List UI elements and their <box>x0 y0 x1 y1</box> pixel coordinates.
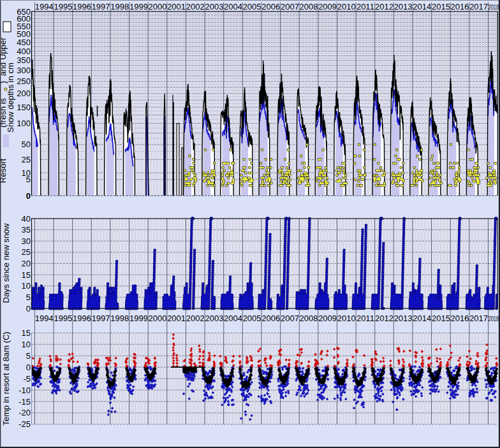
svg-text:50: 50 <box>22 140 31 149</box>
svg-text:2018: 2018 <box>489 315 499 322</box>
svg-text:2008: 2008 <box>300 2 318 11</box>
svg-text:2014: 2014 <box>413 2 431 11</box>
svg-text:15: 15 <box>22 328 31 338</box>
svg-text:2000: 2000 <box>149 314 167 323</box>
svg-text:10: 10 <box>22 340 31 349</box>
svg-text:1997: 1997 <box>92 314 110 323</box>
svg-text:2005: 2005 <box>243 2 261 11</box>
svg-text:2016: 2016 <box>451 314 469 323</box>
svg-text:0: 0 <box>26 304 31 314</box>
svg-text:1998: 1998 <box>110 314 129 323</box>
svg-text:300: 300 <box>17 66 31 75</box>
svg-text:2012: 2012 <box>375 314 393 323</box>
svg-text:250: 250 <box>17 76 31 86</box>
svg-text:-20: -20 <box>18 408 31 417</box>
svg-text:2015: 2015 <box>432 314 450 323</box>
svg-text:2005: 2005 <box>243 314 261 323</box>
svg-text:1999: 1999 <box>129 314 148 323</box>
svg-text:2011: 2011 <box>357 2 374 11</box>
svg-text:2013: 2013 <box>394 314 413 323</box>
svg-text:10: 10 <box>22 281 31 291</box>
svg-text:-5: -5 <box>23 374 31 384</box>
svg-text:2013: 2013 <box>394 2 413 11</box>
svg-text:100: 100 <box>17 119 31 128</box>
svg-text:650: 650 <box>17 7 31 17</box>
svg-text:400: 400 <box>17 47 31 56</box>
svg-text:2003: 2003 <box>205 314 223 323</box>
svg-text:1996: 1996 <box>73 2 91 11</box>
svg-text:2002: 2002 <box>186 314 205 323</box>
svg-text:40: 40 <box>22 214 31 224</box>
svg-text:-25: -25 <box>18 419 31 429</box>
svg-text:2008: 2008 <box>300 314 318 323</box>
svg-text:-10: -10 <box>18 386 31 395</box>
svg-text:-15: -15 <box>18 397 31 407</box>
svg-text:2001: 2001 <box>167 314 186 323</box>
svg-text:200: 200 <box>17 89 31 98</box>
svg-text:Days since new snow: Days since new snow <box>1 223 11 303</box>
svg-text:2009: 2009 <box>318 2 337 11</box>
svg-text:350: 350 <box>17 55 31 65</box>
svg-text:2001: 2001 <box>167 2 186 11</box>
svg-text:15: 15 <box>22 270 31 280</box>
svg-text:10: 10 <box>22 168 31 178</box>
svg-text:1998: 1998 <box>110 2 129 11</box>
svg-text:5: 5 <box>26 293 31 302</box>
svg-text:2003: 2003 <box>205 2 223 11</box>
svg-text:0: 0 <box>26 191 31 201</box>
svg-text:2010: 2010 <box>337 314 356 323</box>
svg-text:2012: 2012 <box>375 2 393 11</box>
svg-text:1994: 1994 <box>35 314 54 323</box>
svg-text:2006: 2006 <box>261 314 280 323</box>
svg-text:5: 5 <box>26 351 31 361</box>
svg-text:1994: 1994 <box>35 2 54 11</box>
svg-text:Resort: Resort <box>0 158 8 183</box>
svg-text:2004: 2004 <box>224 314 242 323</box>
svg-text:150: 150 <box>17 103 31 112</box>
svg-text:2016: 2016 <box>451 2 469 11</box>
svg-text:2006: 2006 <box>261 2 280 11</box>
svg-text:2018: 2018 <box>489 3 499 11</box>
svg-text:1999: 1999 <box>129 2 148 11</box>
svg-text:30: 30 <box>22 236 31 246</box>
svg-text:2017: 2017 <box>469 2 488 11</box>
svg-text:2000: 2000 <box>149 2 167 11</box>
svg-text:0: 0 <box>26 363 31 372</box>
svg-text:25: 25 <box>22 155 31 164</box>
svg-text:Temp in resort at 8am (C): Temp in resort at 8am (C) <box>1 331 11 425</box>
svg-text:2017: 2017 <box>469 314 488 323</box>
svg-text:2002: 2002 <box>186 2 205 11</box>
svg-text:2007: 2007 <box>281 314 299 323</box>
svg-text:450: 450 <box>17 38 31 47</box>
svg-text:2015: 2015 <box>432 2 450 11</box>
svg-text:1995: 1995 <box>54 2 72 11</box>
svg-text:20: 20 <box>22 259 31 268</box>
svg-text:25: 25 <box>22 247 31 257</box>
svg-text:1995: 1995 <box>54 314 72 323</box>
svg-text:1996: 1996 <box>73 314 91 323</box>
svg-text:2010: 2010 <box>337 2 356 11</box>
svg-text:2009: 2009 <box>318 314 337 323</box>
svg-text:1997: 1997 <box>92 2 110 11</box>
svg-text:2011: 2011 <box>357 314 374 323</box>
svg-text:Snow depths in cm: Snow depths in cm <box>6 62 15 133</box>
svg-text:2007: 2007 <box>281 2 299 11</box>
svg-text:2014: 2014 <box>413 314 431 323</box>
svg-text:35: 35 <box>22 225 31 235</box>
svg-text:2004: 2004 <box>224 2 242 11</box>
